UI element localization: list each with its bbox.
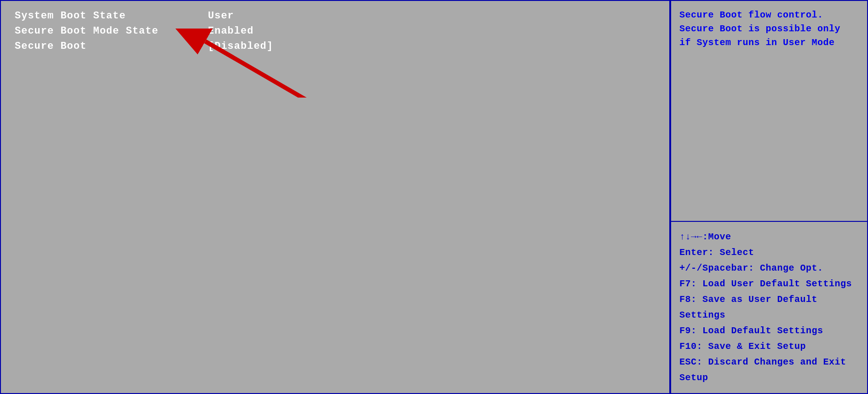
secure-boot-mode-label: Secure Boot Mode State bbox=[15, 25, 208, 37]
system-boot-state-label: System Boot State bbox=[15, 10, 208, 22]
right-panel: Secure Boot flow control. Secure Boot is… bbox=[670, 0, 868, 394]
bios-screen: System Boot State User Secure Boot Mode … bbox=[0, 0, 868, 394]
nav-f8-line2: Settings bbox=[679, 307, 859, 323]
nav-f7: F7: Load User Default Settings bbox=[679, 276, 859, 292]
arrow-annotation bbox=[162, 29, 314, 98]
system-boot-state-value: User bbox=[208, 10, 234, 22]
nav-f9: F9: Load Default Settings bbox=[679, 323, 859, 339]
secure-boot-row[interactable]: Secure Boot [Disabled] bbox=[15, 41, 655, 52]
nav-select: Enter: Select bbox=[679, 245, 859, 261]
help-line-3: if System runs in User Mode bbox=[679, 36, 859, 50]
nav-esc-line1: ESC: Discard Changes and Exit bbox=[679, 354, 859, 370]
help-section: Secure Boot flow control. Secure Boot is… bbox=[671, 1, 867, 222]
nav-change: +/-/Spacebar: Change Opt. bbox=[679, 261, 859, 276]
secure-boot-label: Secure Boot bbox=[15, 41, 208, 52]
nav-text: ↑↓→←:Move Enter: Select +/-/Spacebar: Ch… bbox=[679, 229, 859, 386]
secure-boot-value: [Disabled] bbox=[208, 41, 273, 52]
nav-move: ↑↓→←:Move bbox=[679, 229, 859, 245]
system-boot-state-row[interactable]: System Boot State User bbox=[15, 10, 655, 22]
navigation-section: ↑↓→←:Move Enter: Select +/-/Spacebar: Ch… bbox=[671, 222, 867, 393]
secure-boot-mode-row[interactable]: Secure Boot Mode State Enabled bbox=[15, 25, 655, 37]
secure-boot-mode-value: Enabled bbox=[208, 25, 253, 37]
help-line-1: Secure Boot flow control. bbox=[679, 8, 859, 22]
nav-f8-line1: F8: Save as User Default bbox=[679, 292, 859, 307]
help-line-2: Secure Boot is possible only bbox=[679, 22, 859, 36]
nav-esc-line2: Setup bbox=[679, 370, 859, 386]
help-text: Secure Boot flow control. Secure Boot is… bbox=[679, 8, 859, 50]
left-panel: System Boot State User Secure Boot Mode … bbox=[0, 0, 670, 394]
nav-f10: F10: Save & Exit Setup bbox=[679, 339, 859, 354]
